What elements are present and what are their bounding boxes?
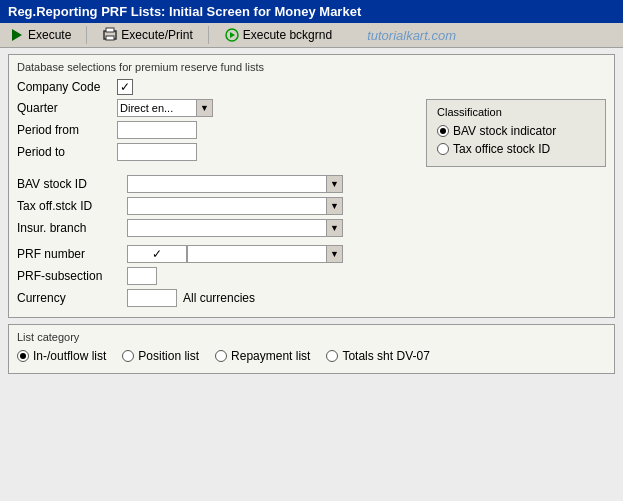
- quarter-label: Quarter: [17, 101, 117, 115]
- prf-number-input[interactable]: [187, 245, 327, 263]
- database-section: Database selections for premium reserve …: [8, 54, 615, 318]
- bav-stock-radio[interactable]: [437, 125, 449, 137]
- prf-number-arrow[interactable]: ▼: [327, 245, 343, 263]
- repayment-list-option[interactable]: Repayment list: [215, 349, 310, 363]
- company-code-row: Company Code ✓: [17, 79, 606, 95]
- separator2: [208, 26, 209, 44]
- tax-office-label: Tax office stock ID: [453, 142, 550, 156]
- insur-branch-wrap: ▼: [127, 219, 343, 237]
- tax-off-stck-id-wrap: ▼: [127, 197, 343, 215]
- company-code-label: Company Code: [17, 80, 117, 94]
- totals-dv07-label: Totals sht DV-07: [342, 349, 429, 363]
- bav-stock-id-input[interactable]: [127, 175, 327, 193]
- inflow-outflow-radio[interactable]: [17, 350, 29, 362]
- bav-stock-label: BAV stock indicator: [453, 124, 556, 138]
- prf-subsection-row: PRF-subsection: [17, 267, 606, 285]
- execute-bckgrnd-button[interactable]: Execute bckgrnd: [221, 26, 335, 44]
- insur-branch-row: Insur. branch ▼: [17, 219, 606, 237]
- prf-subsection-label: PRF-subsection: [17, 269, 127, 283]
- execute-button[interactable]: Execute: [6, 26, 74, 44]
- company-code-checkbox[interactable]: ✓: [117, 79, 133, 95]
- insur-branch-input[interactable]: [127, 219, 327, 237]
- toolbar: Execute Execute/Print Execute bckgrnd tu…: [0, 23, 623, 48]
- prf-number-wrap: ✓ ▼: [127, 245, 343, 263]
- classification-box: Classification BAV stock indicator Tax o…: [426, 99, 606, 167]
- bav-stock-radio-row[interactable]: BAV stock indicator: [437, 124, 595, 138]
- list-category-options: In-/outflow list Position list Repayment…: [17, 349, 606, 367]
- position-list-label: Position list: [138, 349, 199, 363]
- execute-bckgrnd-label: Execute bckgrnd: [243, 28, 332, 42]
- repayment-list-label: Repayment list: [231, 349, 310, 363]
- svg-marker-0: [12, 29, 22, 41]
- totals-dv07-radio[interactable]: [326, 350, 338, 362]
- execute-label: Execute: [28, 28, 71, 42]
- execute-print-label: Execute/Print: [121, 28, 192, 42]
- inflow-outflow-option[interactable]: In-/outflow list: [17, 349, 106, 363]
- svg-rect-2: [106, 28, 114, 32]
- background-icon: [224, 27, 240, 43]
- period-to-input[interactable]: [117, 143, 197, 161]
- quarter-select-wrap: ▼: [117, 99, 213, 117]
- prf-number-row: PRF number ✓ ▼: [17, 245, 606, 263]
- print-icon: [102, 27, 118, 43]
- repayment-list-radio[interactable]: [215, 350, 227, 362]
- list-category-title: List category: [17, 331, 606, 343]
- currency-row: Currency All currencies: [17, 289, 606, 307]
- tax-office-radio[interactable]: [437, 143, 449, 155]
- main-content: Database selections for premium reserve …: [0, 48, 623, 380]
- page-title: Reg.Reporting PRF Lists: Initial Screen …: [8, 4, 361, 19]
- quarter-input[interactable]: [117, 99, 197, 117]
- position-list-radio[interactable]: [122, 350, 134, 362]
- svg-marker-5: [230, 32, 235, 38]
- separator: [86, 26, 87, 44]
- database-section-title: Database selections for premium reserve …: [17, 61, 606, 73]
- tax-office-radio-row[interactable]: Tax office stock ID: [437, 142, 595, 156]
- all-currencies-label: All currencies: [183, 291, 255, 305]
- insur-branch-arrow[interactable]: ▼: [327, 219, 343, 237]
- title-bar: Reg.Reporting PRF Lists: Initial Screen …: [0, 0, 623, 23]
- currency-input[interactable]: [127, 289, 177, 307]
- svg-rect-3: [106, 36, 114, 40]
- prf-number-checkbox[interactable]: ✓: [127, 245, 187, 263]
- classification-title: Classification: [437, 106, 595, 118]
- prf-number-label: PRF number: [17, 247, 127, 261]
- quarter-dropdown-arrow[interactable]: ▼: [197, 99, 213, 117]
- execute-print-button[interactable]: Execute/Print: [99, 26, 195, 44]
- bav-stock-id-wrap: ▼: [127, 175, 343, 193]
- watermark: tutorialkart.com: [367, 28, 456, 43]
- period-from-label: Period from: [17, 123, 117, 137]
- quarter-row: Quarter ▼: [17, 99, 416, 117]
- position-list-option[interactable]: Position list: [122, 349, 199, 363]
- bav-stock-id-row: BAV stock ID ▼: [17, 175, 606, 193]
- prf-subsection-input[interactable]: [127, 267, 157, 285]
- upper-area: Quarter ▼ Period from Period to: [17, 99, 606, 167]
- list-category-section: List category In-/outflow list Position …: [8, 324, 615, 374]
- period-from-row: Period from: [17, 121, 416, 139]
- bav-stock-id-arrow[interactable]: ▼: [327, 175, 343, 193]
- insur-branch-label: Insur. branch: [17, 221, 127, 235]
- tax-off-stck-id-row: Tax off.stck ID ▼: [17, 197, 606, 215]
- totals-dv07-option[interactable]: Totals sht DV-07: [326, 349, 429, 363]
- bav-stock-id-label: BAV stock ID: [17, 177, 127, 191]
- execute-icon: [9, 27, 25, 43]
- period-to-row: Period to: [17, 143, 416, 161]
- inflow-outflow-label: In-/outflow list: [33, 349, 106, 363]
- period-from-input[interactable]: [117, 121, 197, 139]
- currency-label: Currency: [17, 291, 127, 305]
- tax-off-stck-id-input[interactable]: [127, 197, 327, 215]
- left-form: Quarter ▼ Period from Period to: [17, 99, 416, 167]
- tax-off-stck-id-arrow[interactable]: ▼: [327, 197, 343, 215]
- tax-off-stck-id-label: Tax off.stck ID: [17, 199, 127, 213]
- period-to-label: Period to: [17, 145, 117, 159]
